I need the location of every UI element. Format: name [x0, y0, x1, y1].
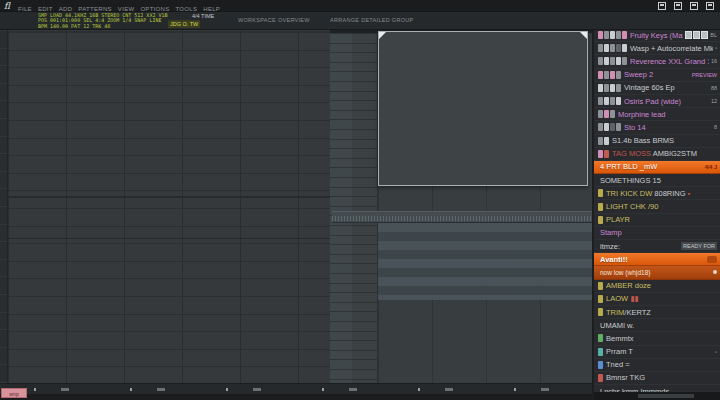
row-label-segment: ▮▮: [628, 294, 638, 303]
row-label: TAG MOSS AMBIG2STM: [612, 149, 717, 158]
row-badge: ▫: [715, 45, 717, 51]
row-label: 4 PRT BLD _mW: [600, 162, 703, 171]
menu-item-patterns[interactable]: PATTERNS: [78, 6, 112, 12]
piano-keys-column[interactable]: [330, 33, 378, 383]
grid-icon[interactable]: [658, 2, 666, 10]
track-rail[interactable]: [0, 30, 8, 383]
footer-handle[interactable]: [638, 394, 694, 398]
menu-item-file[interactable]: FILE: [18, 6, 32, 12]
toolbar-group-2[interactable]: ARRANGE DETAILED GROUP: [330, 17, 414, 23]
toolbar: SMP LOAD 44.1KHZ 16B STEREO CNT 512 XX2 …: [0, 12, 720, 30]
browser-row[interactable]: now low (wh|d18): [594, 266, 720, 279]
browser-row[interactable]: Bmnsr TKG: [594, 372, 720, 385]
menu-item-help[interactable]: HELP: [203, 6, 220, 12]
browser-row[interactable]: TRI KICK DW 808RING ▪: [594, 187, 720, 200]
row-type-icon: [604, 57, 609, 65]
browser-row[interactable]: PLAYR: [594, 214, 720, 227]
browser-row[interactable]: Prram T▫: [594, 346, 720, 359]
app-logo: fl: [4, 1, 10, 11]
horizontal-scrollbar[interactable]: [0, 383, 592, 394]
row-type-icon: [604, 150, 609, 158]
row-type-icon: [598, 110, 603, 118]
row-type-icon: [616, 84, 621, 92]
note-icon[interactable]: [706, 2, 714, 10]
browser-row[interactable]: Osiris Pad (wide)12: [594, 95, 720, 108]
menu-item-edit[interactable]: EDIT: [38, 6, 53, 12]
menu-items: FILEEDITADDPATTERNSVIEWOPTIONSTOOLSHELP: [18, 0, 226, 15]
row-label: Prram T: [606, 347, 713, 356]
menu-bar: fl FILEEDITADDPATTERNSVIEWOPTIONSTOOLSHE…: [0, 0, 720, 12]
browser-row[interactable]: Fruity Keys (Master) 2-OscBL: [594, 29, 720, 42]
row-label-segment: Avanti!!: [600, 255, 628, 264]
row-label-segment: /KERTZ: [624, 308, 651, 317]
browser-row[interactable]: Morphine lead: [594, 108, 720, 121]
playlist-grid[interactable]: [8, 30, 330, 383]
row-label: TRIM/KERTZ: [606, 308, 717, 317]
plugin-window[interactable]: [378, 31, 588, 186]
row-label-segment: Sto 14: [624, 123, 646, 132]
sample-badge[interactable]: smp: [1, 388, 27, 398]
cable-icon[interactable]: [674, 2, 682, 10]
time-chip[interactable]: JDG O. TW: [168, 20, 200, 28]
row-preview-boxes: [685, 31, 708, 39]
row-label-segment: itmze:: [600, 242, 620, 251]
browser-row[interactable]: Sto 148: [594, 121, 720, 134]
browser-row[interactable]: LAOW ▮▮: [594, 293, 720, 306]
browser-row[interactable]: Vintage 60s Ep88: [594, 82, 720, 95]
browser-row[interactable]: TRIM/KERTZ: [594, 306, 720, 319]
row-label: Osiris Pad (wide): [624, 97, 709, 106]
timeline-ruler[interactable]: [332, 211, 592, 223]
row-label: TRI KICK DW 808RING ▪: [606, 189, 717, 198]
piano-roll[interactable]: [330, 30, 592, 383]
row-label-segment: TRIM: [606, 308, 624, 317]
row-type-icon: [616, 123, 621, 131]
row-type-icon: [604, 137, 609, 145]
row-handle-icon[interactable]: [707, 256, 717, 263]
row-type-icon: [598, 282, 603, 290]
browser-row[interactable]: TAG MOSS AMBIG2STM: [594, 148, 720, 161]
menu-item-tools[interactable]: TOOLS: [176, 6, 198, 12]
row-label-segment: Sweep 2: [624, 70, 653, 79]
browser-row-selected[interactable]: Avanti!!: [594, 253, 720, 266]
browser-row[interactable]: UMAMI w.: [594, 319, 720, 332]
row-badge: 16: [711, 58, 717, 64]
browser-row[interactable]: LIGHT CHK /90: [594, 200, 720, 213]
browser-row[interactable]: Reverence XXL Grand 170bpm16: [594, 55, 720, 68]
row-type-icon: [610, 97, 615, 105]
menu-item-options[interactable]: OPTIONS: [140, 6, 169, 12]
row-label: S1.4b Bass BRMS: [612, 136, 717, 145]
row-type-icon: [604, 123, 609, 131]
row-type-icon: [610, 71, 615, 79]
browser-row[interactable]: Tned =: [594, 359, 720, 372]
browser-row[interactable]: Stamp: [594, 227, 720, 240]
row-type-icon: [598, 203, 603, 211]
browser-row[interactable]: Lnchs kmm Immmds: [594, 385, 720, 392]
row-label: Bmnsr TKG: [606, 373, 717, 382]
row-type-icon: [610, 84, 615, 92]
row-label-segment: 4 PRT BLD _mW: [600, 162, 657, 171]
browser-row[interactable]: SOMETHINGS 15: [594, 174, 720, 187]
row-type-icon: [598, 137, 603, 145]
menu-item-view[interactable]: VIEW: [118, 6, 135, 12]
browser-row[interactable]: Wasp + Autocorrelate Mk2▫: [594, 42, 720, 55]
browser-row[interactable]: Sweep 2PREVIEW: [594, 69, 720, 82]
menu-item-add[interactable]: ADD: [59, 6, 73, 12]
wrench-icon[interactable]: [690, 2, 698, 10]
row-type-icon: [610, 110, 615, 118]
row-badge: ▫: [715, 349, 717, 355]
row-label-segment: 808RING: [652, 189, 685, 198]
row-label: Tned =: [606, 360, 717, 369]
browser-row[interactable]: itmze:READY FOR: [594, 240, 720, 253]
row-label-segment: AMBER doze: [606, 281, 651, 290]
browser-row-selected[interactable]: 4 PRT BLD _mW4/4 J: [594, 161, 720, 174]
row-label: itmze:: [600, 242, 679, 251]
row-badge: READY FOR: [681, 242, 717, 250]
row-type-icon: [616, 97, 621, 105]
row-type-icon: [598, 150, 603, 158]
row-label: SOMETHINGS 15: [600, 176, 717, 185]
toolbar-group-1[interactable]: WORKSPACE OVERVIEW: [238, 17, 310, 23]
browser-row[interactable]: AMBER doze: [594, 280, 720, 293]
browser-row[interactable]: Bemmtx: [594, 332, 720, 345]
row-type-icon: [616, 31, 621, 39]
browser-row[interactable]: S1.4b Bass BRMS: [594, 135, 720, 148]
